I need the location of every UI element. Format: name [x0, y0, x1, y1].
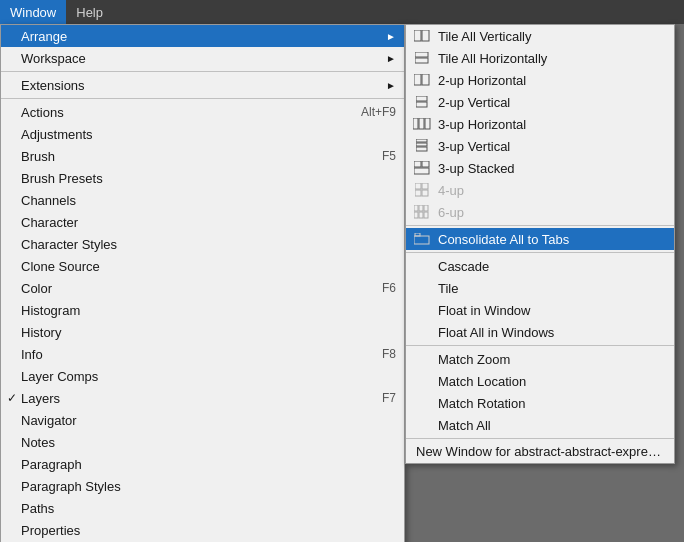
menu-item-paragraph-styles-label: Paragraph Styles	[21, 479, 121, 494]
menu-item-properties[interactable]: Properties	[1, 519, 404, 541]
svg-rect-14	[414, 161, 421, 167]
submenu-match-all-label: Match All	[438, 418, 491, 433]
submenu-tile-all-vertically[interactable]: Tile All Vertically	[406, 25, 674, 47]
svg-rect-17	[415, 183, 421, 189]
tile-h-icon	[412, 51, 432, 65]
menu-item-extensions[interactable]: Extensions ►	[1, 74, 404, 96]
svg-rect-25	[419, 212, 423, 218]
menu-item-clone-source[interactable]: Clone Source	[1, 255, 404, 277]
info-shortcut: F8	[342, 347, 396, 361]
svg-rect-19	[415, 190, 421, 196]
submenu-3up-vertical[interactable]: 3-up Vertical	[406, 135, 674, 157]
svg-rect-27	[414, 236, 429, 244]
submenu-match-location[interactable]: Match Location	[406, 370, 674, 392]
menu-item-brush-presets[interactable]: Brush Presets	[1, 167, 404, 189]
submenu-2up-horizontal-label: 2-up Horizontal	[438, 73, 526, 88]
submenu-tile-all-horizontally[interactable]: Tile All Horizontally	[406, 47, 674, 69]
submenu-4up-label: 4-up	[438, 183, 464, 198]
4up-icon	[412, 183, 432, 197]
menu-item-layer-comps-label: Layer Comps	[21, 369, 98, 384]
menubar: Window Help	[0, 0, 684, 24]
submenu-4up[interactable]: 4-up	[406, 179, 674, 201]
menu-item-layers[interactable]: ✓ Layers F7	[1, 387, 404, 409]
menu-item-layers-label: Layers	[21, 391, 60, 406]
submenu-3up-stacked[interactable]: 3-up Stacked	[406, 157, 674, 179]
submenu-match-rotation-label: Match Rotation	[438, 396, 525, 411]
layers-shortcut: F7	[342, 391, 396, 405]
submenu-float-all-in-windows[interactable]: Float All in Windows	[406, 321, 674, 343]
menu-item-histogram[interactable]: Histogram	[1, 299, 404, 321]
svg-rect-23	[424, 205, 428, 211]
menu-item-layer-comps[interactable]: Layer Comps	[1, 365, 404, 387]
sub-separator-3	[406, 345, 674, 346]
submenu-match-zoom[interactable]: Match Zoom	[406, 348, 674, 370]
submenu-tile-all-vertically-label: Tile All Vertically	[438, 29, 531, 44]
menu-item-workspace[interactable]: Workspace ►	[1, 47, 404, 69]
menu-item-paragraph[interactable]: Paragraph	[1, 453, 404, 475]
menu-item-actions-label: Actions	[21, 105, 64, 120]
menu-item-arrange[interactable]: Arrange ►	[1, 25, 404, 47]
menu-item-info-label: Info	[21, 347, 43, 362]
submenu-6up-label: 6-up	[438, 205, 464, 220]
menu-item-adjustments-label: Adjustments	[21, 127, 93, 142]
submenu-tile[interactable]: Tile	[406, 277, 674, 299]
submenu-match-rotation[interactable]: Match Rotation	[406, 392, 674, 414]
arrange-submenu: Tile All Vertically Tile All Horizontall…	[405, 24, 675, 464]
submenu-match-zoom-label: Match Zoom	[438, 352, 510, 367]
svg-rect-10	[425, 118, 430, 129]
menu-item-color[interactable]: Color F6	[1, 277, 404, 299]
menu-item-paragraph-styles[interactable]: Paragraph Styles	[1, 475, 404, 497]
svg-rect-6	[416, 96, 427, 101]
menu-item-character-styles-label: Character Styles	[21, 237, 117, 252]
submenu-float-all-in-windows-label: Float All in Windows	[438, 325, 554, 340]
menu-item-paths[interactable]: Paths	[1, 497, 404, 519]
menu-item-info[interactable]: Info F8	[1, 343, 404, 365]
submenu-consolidate-all-tabs-label: Consolidate All to Tabs	[438, 232, 569, 247]
menu-item-paths-label: Paths	[21, 501, 54, 516]
menu-item-character-styles[interactable]: Character Styles	[1, 233, 404, 255]
menu-item-notes[interactable]: Notes	[1, 431, 404, 453]
menu-item-brush[interactable]: Brush F5	[1, 145, 404, 167]
sub-separator-2	[406, 252, 674, 253]
submenu-6up[interactable]: 6-up	[406, 201, 674, 223]
svg-rect-16	[414, 168, 429, 174]
menubar-window[interactable]: Window	[0, 0, 66, 24]
separator-1	[1, 71, 404, 72]
arrange-arrow-icon: ►	[386, 31, 396, 42]
6up-icon	[412, 205, 432, 219]
submenu-float-in-window[interactable]: Float in Window	[406, 299, 674, 321]
brush-shortcut: F5	[342, 149, 396, 163]
2up-h-icon	[412, 73, 432, 87]
separator-2	[1, 98, 404, 99]
submenu-3up-horizontal[interactable]: 3-up Horizontal	[406, 113, 674, 135]
submenu-2up-vertical[interactable]: 2-up Vertical	[406, 91, 674, 113]
menubar-help-label: Help	[76, 5, 103, 20]
submenu-2up-horizontal[interactable]: 2-up Horizontal	[406, 69, 674, 91]
menu-item-extensions-label: Extensions	[21, 78, 85, 93]
menu-item-properties-label: Properties	[21, 523, 80, 538]
submenu-3up-vertical-label: 3-up Vertical	[438, 139, 510, 154]
menu-item-paragraph-label: Paragraph	[21, 457, 82, 472]
svg-rect-1	[422, 30, 429, 41]
svg-rect-24	[414, 212, 418, 218]
menu-item-navigator[interactable]: Navigator	[1, 409, 404, 431]
menu-item-workspace-label: Workspace	[21, 51, 86, 66]
submenu-new-window[interactable]: New Window for abstract-abstract-express…	[406, 441, 674, 463]
menu-item-history[interactable]: History	[1, 321, 404, 343]
submenu-cascade[interactable]: Cascade	[406, 255, 674, 277]
menu-item-channels-label: Channels	[21, 193, 76, 208]
svg-rect-26	[424, 212, 428, 218]
submenu-2up-vertical-label: 2-up Vertical	[438, 95, 510, 110]
menu-item-character[interactable]: Character	[1, 211, 404, 233]
submenu-match-all[interactable]: Match All	[406, 414, 674, 436]
submenu-consolidate-all-tabs[interactable]: Consolidate All to Tabs	[406, 228, 674, 250]
menu-item-color-label: Color	[21, 281, 52, 296]
color-shortcut: F6	[342, 281, 396, 295]
menu-item-actions[interactable]: Actions Alt+F9	[1, 101, 404, 123]
svg-rect-9	[419, 118, 424, 129]
menubar-help[interactable]: Help	[66, 0, 113, 24]
submenu-3up-horizontal-label: 3-up Horizontal	[438, 117, 526, 132]
menu-item-adjustments[interactable]: Adjustments	[1, 123, 404, 145]
layers-check-icon: ✓	[7, 391, 17, 405]
menu-item-channels[interactable]: Channels	[1, 189, 404, 211]
